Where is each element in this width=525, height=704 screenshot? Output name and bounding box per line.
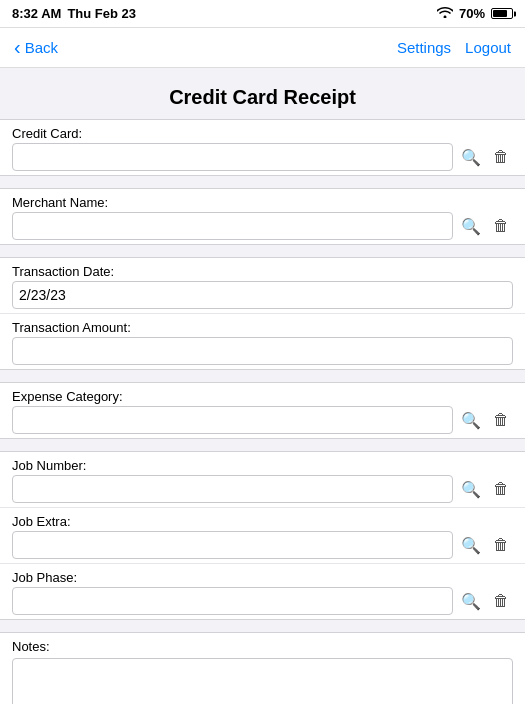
- job-number-row: 🔍 🗑: [12, 475, 513, 503]
- status-right: 70%: [437, 6, 513, 21]
- merchant-row: 🔍 🗑: [12, 212, 513, 240]
- status-left: 8:32 AM Thu Feb 23: [12, 6, 136, 21]
- expense-category-search-button[interactable]: 🔍: [459, 408, 483, 432]
- job-phase-label: Job Phase:: [12, 570, 513, 585]
- status-time: 8:32 AM: [12, 6, 61, 21]
- settings-button[interactable]: Settings: [397, 39, 451, 56]
- search-icon: 🔍: [461, 148, 481, 167]
- transaction-date-input[interactable]: [12, 281, 513, 309]
- trash-icon: 🗑: [493, 480, 509, 498]
- back-button[interactable]: ‹ Back: [14, 36, 58, 59]
- job-extra-label: Job Extra:: [12, 514, 513, 529]
- spacer-3: [0, 370, 525, 382]
- search-icon: 🔍: [461, 217, 481, 236]
- search-icon: 🔍: [461, 480, 481, 499]
- job-number-search-button[interactable]: 🔍: [459, 477, 483, 501]
- job-extra-row: 🔍 🗑: [12, 531, 513, 559]
- job-extra-search-button[interactable]: 🔍: [459, 533, 483, 557]
- job-section: Job Number: 🔍 🗑 Job Extra: 🔍 🗑: [0, 451, 525, 620]
- credit-card-delete-button[interactable]: 🗑: [489, 145, 513, 169]
- credit-card-row: 🔍 🗑: [12, 143, 513, 171]
- wifi-icon: [437, 6, 453, 21]
- job-number-input[interactable]: [12, 475, 453, 503]
- main-content: Credit Card Receipt Credit Card: 🔍 🗑 Mer…: [0, 68, 525, 704]
- search-icon: 🔍: [461, 411, 481, 430]
- battery-icon: [491, 8, 513, 19]
- credit-card-field-group: Credit Card: 🔍 🗑: [0, 120, 525, 175]
- trash-icon: 🗑: [493, 592, 509, 610]
- expense-category-row: 🔍 🗑: [12, 406, 513, 434]
- merchant-input[interactable]: [12, 212, 453, 240]
- credit-card-input[interactable]: [12, 143, 453, 171]
- job-extra-field-group: Job Extra: 🔍 🗑: [0, 508, 525, 564]
- notes-section: Notes:: [0, 632, 525, 704]
- merchant-delete-button[interactable]: 🗑: [489, 214, 513, 238]
- job-phase-row: 🔍 🗑: [12, 587, 513, 615]
- merchant-section: Merchant Name: 🔍 🗑: [0, 188, 525, 245]
- transaction-amount-label: Transaction Amount:: [12, 320, 513, 335]
- notes-label: Notes:: [12, 639, 513, 654]
- job-extra-delete-button[interactable]: 🗑: [489, 533, 513, 557]
- credit-card-search-button[interactable]: 🔍: [459, 145, 483, 169]
- logout-button[interactable]: Logout: [465, 39, 511, 56]
- trash-icon: 🗑: [493, 148, 509, 166]
- expense-category-delete-button[interactable]: 🗑: [489, 408, 513, 432]
- job-phase-delete-button[interactable]: 🗑: [489, 589, 513, 613]
- transaction-amount-input[interactable]: [12, 337, 513, 365]
- back-label: Back: [25, 39, 58, 56]
- job-number-field-group: Job Number: 🔍 🗑: [0, 452, 525, 508]
- transaction-section: Transaction Date: Transaction Amount:: [0, 257, 525, 370]
- merchant-field-group: Merchant Name: 🔍 🗑: [0, 189, 525, 244]
- expense-category-input[interactable]: [12, 406, 453, 434]
- notes-field-group: Notes:: [0, 633, 525, 704]
- merchant-label: Merchant Name:: [12, 195, 513, 210]
- status-bar: 8:32 AM Thu Feb 23 70%: [0, 0, 525, 28]
- job-extra-input[interactable]: [12, 531, 453, 559]
- trash-icon: 🗑: [493, 217, 509, 235]
- battery-percentage: 70%: [459, 6, 485, 21]
- spacer-1: [0, 176, 525, 188]
- back-chevron-icon: ‹: [14, 36, 21, 59]
- transaction-date-field-group: Transaction Date:: [0, 258, 525, 314]
- spacer-4: [0, 439, 525, 451]
- expense-section: Expense Category: 🔍 🗑: [0, 382, 525, 439]
- search-icon: 🔍: [461, 592, 481, 611]
- nav-bar: ‹ Back Settings Logout: [0, 28, 525, 68]
- trash-icon: 🗑: [493, 411, 509, 429]
- page-title: Credit Card Receipt: [0, 68, 525, 119]
- notes-textarea[interactable]: [12, 658, 513, 704]
- job-phase-field-group: Job Phase: 🔍 🗑: [0, 564, 525, 619]
- job-phase-search-button[interactable]: 🔍: [459, 589, 483, 613]
- search-icon: 🔍: [461, 536, 481, 555]
- status-date: Thu Feb 23: [67, 6, 136, 21]
- transaction-date-label: Transaction Date:: [12, 264, 513, 279]
- job-number-delete-button[interactable]: 🗑: [489, 477, 513, 501]
- expense-category-field-group: Expense Category: 🔍 🗑: [0, 383, 525, 438]
- spacer-2: [0, 245, 525, 257]
- job-number-label: Job Number:: [12, 458, 513, 473]
- nav-actions: Settings Logout: [397, 39, 511, 56]
- spacer-5: [0, 620, 525, 632]
- transaction-amount-field-group: Transaction Amount:: [0, 314, 525, 369]
- job-phase-input[interactable]: [12, 587, 453, 615]
- trash-icon: 🗑: [493, 536, 509, 554]
- credit-card-label: Credit Card:: [12, 126, 513, 141]
- credit-card-section: Credit Card: 🔍 🗑: [0, 119, 525, 176]
- merchant-search-button[interactable]: 🔍: [459, 214, 483, 238]
- expense-category-label: Expense Category:: [12, 389, 513, 404]
